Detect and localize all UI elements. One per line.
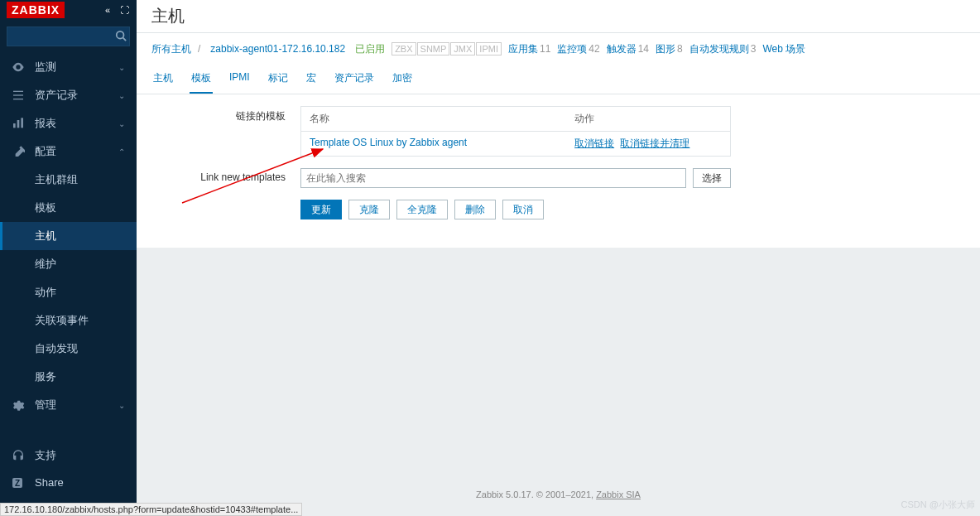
svg-rect-7 [21, 118, 23, 128]
items-count: 42 [588, 43, 599, 55]
nav-reports[interactable]: 报表 ⌄ [0, 109, 137, 137]
svg-rect-3 [13, 94, 23, 95]
delete-button[interactable]: 删除 [454, 200, 496, 219]
subnav-services[interactable]: 服务 [0, 363, 137, 391]
nav-inventory[interactable]: 资产记录 ⌄ [0, 81, 137, 109]
link-new-label: Link new templates [151, 168, 300, 188]
link-template-input[interactable] [300, 168, 686, 188]
template-link[interactable]: Template OS Linux by Zabbix agent [310, 137, 467, 148]
full-clone-button[interactable]: 全克隆 [396, 200, 448, 219]
subnav-hostgroups[interactable]: 主机群组 [0, 166, 137, 194]
nav-configuration-label: 配置 [35, 144, 56, 159]
nav-monitoring-label: 监测 [35, 60, 56, 75]
tab-inventory[interactable]: 资产记录 [333, 65, 376, 94]
gear-icon [12, 398, 26, 412]
nav-administration-label: 管理 [35, 398, 56, 412]
zabbix-logo[interactable]: ZABBIX [7, 2, 65, 18]
collapse-icon[interactable]: « [102, 4, 113, 16]
svg-line-1 [123, 38, 127, 41]
subnav-hosts[interactable]: 主机 [0, 222, 137, 250]
linked-templates-label: 链接的模板 [151, 106, 300, 157]
subnav-templates[interactable]: 模板 [0, 194, 137, 222]
template-row: Template OS Linux by Zabbix agent 取消链接 取… [301, 132, 730, 156]
clone-button[interactable]: 克隆 [348, 200, 390, 219]
link-discovery[interactable]: 自动发现规则 [689, 43, 749, 55]
svg-rect-6 [17, 120, 20, 128]
nav-share-label: Share [35, 476, 64, 489]
chevron-up-icon: ⌃ [118, 147, 125, 157]
list-icon [12, 89, 26, 102]
nav-support-label: 支持 [35, 448, 56, 463]
link-items[interactable]: 监控项 [557, 43, 587, 55]
footer: Zabbix 5.0.17. © 2001–2021, Zabbix SIA [476, 489, 641, 499]
svg-rect-5 [13, 123, 16, 128]
discovery-count: 3 [751, 43, 757, 55]
subnav-actions[interactable]: 动作 [0, 278, 137, 306]
nav-administration[interactable]: 管理 ⌄ [0, 391, 137, 419]
svg-text:Z: Z [15, 479, 20, 488]
tab-tags[interactable]: 标记 [267, 65, 290, 94]
chevron-down-icon: ⌄ [118, 119, 125, 128]
breadcrumb-all-hosts[interactable]: 所有主机 [151, 42, 191, 56]
tab-encryption[interactable]: 加密 [391, 65, 414, 94]
page-title: 主机 [137, 0, 980, 33]
browser-status-bar: 172.16.10.180/zabbix/hosts.php?form=upda… [0, 503, 302, 516]
snmp-tag: SNMP [417, 42, 450, 55]
sidebar-search-input[interactable] [7, 27, 130, 46]
chevron-down-icon: ⌄ [118, 63, 125, 72]
svg-rect-4 [13, 99, 23, 99]
search-icon[interactable] [115, 30, 127, 44]
tab-templates[interactable]: 模板 [190, 65, 213, 94]
ipmi-tag: IPMI [476, 42, 502, 55]
col-action-header: 动作 [574, 112, 722, 126]
subnav-maintenance[interactable]: 维护 [0, 250, 137, 278]
zbx-tag: ZBX [392, 42, 416, 55]
unlink-clear-link[interactable]: 取消链接并清理 [620, 137, 689, 149]
nav-inventory-label: 资产记录 [35, 88, 78, 103]
subnav-eventcorrelation[interactable]: 关联项事件 [0, 306, 137, 335]
footer-link[interactable]: Zabbix SIA [596, 489, 641, 499]
breadcrumb: 所有主机 / zabbix-agent01-172.16.10.182 已启用 … [137, 33, 980, 65]
fullscreen-icon[interactable]: ⛶ [118, 4, 130, 16]
link-web[interactable]: Web 场景 [762, 42, 805, 56]
breadcrumb-sep: / [198, 43, 200, 55]
graphs-count: 8 [677, 43, 683, 55]
nav-support[interactable]: 支持 [0, 441, 137, 470]
nav-monitoring[interactable]: 监测 ⌄ [0, 53, 137, 81]
eye-icon [12, 60, 26, 74]
nav-reports-label: 报表 [35, 116, 56, 131]
status-enabled: 已启用 [355, 42, 385, 56]
triggers-count: 14 [638, 43, 649, 55]
subnav-discovery[interactable]: 自动发现 [0, 335, 137, 363]
chevron-down-icon: ⌄ [118, 91, 125, 100]
svg-rect-2 [13, 91, 23, 92]
link-triggers[interactable]: 触发器 [607, 43, 637, 55]
applications-count: 11 [540, 43, 550, 55]
unlink-link[interactable]: 取消链接 [574, 137, 614, 149]
breadcrumb-hostname[interactable]: zabbix-agent01-172.16.10.182 [207, 41, 348, 56]
tab-macros[interactable]: 宏 [305, 65, 318, 94]
jmx-tag: JMX [450, 42, 475, 55]
update-button[interactable]: 更新 [300, 200, 342, 219]
wrench-icon [12, 145, 26, 158]
col-name-header: 名称 [310, 112, 574, 126]
nav-configuration[interactable]: 配置 ⌃ [0, 137, 137, 166]
svg-point-0 [117, 31, 124, 39]
tabs: 主机 模板 IPMI 标记 宏 资产记录 加密 [137, 65, 980, 94]
chart-icon [12, 117, 26, 130]
watermark: CSDN @小张大师 [901, 499, 975, 511]
chevron-down-icon: ⌄ [118, 401, 125, 410]
nav-share[interactable]: Z Share [0, 470, 137, 495]
link-graphs[interactable]: 图形 [656, 43, 675, 55]
tab-host[interactable]: 主机 [151, 65, 175, 94]
tab-ipmi[interactable]: IPMI [228, 65, 252, 94]
link-applications[interactable]: 应用集 [508, 43, 538, 55]
select-button[interactable]: 选择 [693, 168, 731, 188]
share-icon: Z [12, 477, 26, 489]
headset-icon [12, 449, 26, 462]
cancel-button[interactable]: 取消 [502, 200, 544, 219]
